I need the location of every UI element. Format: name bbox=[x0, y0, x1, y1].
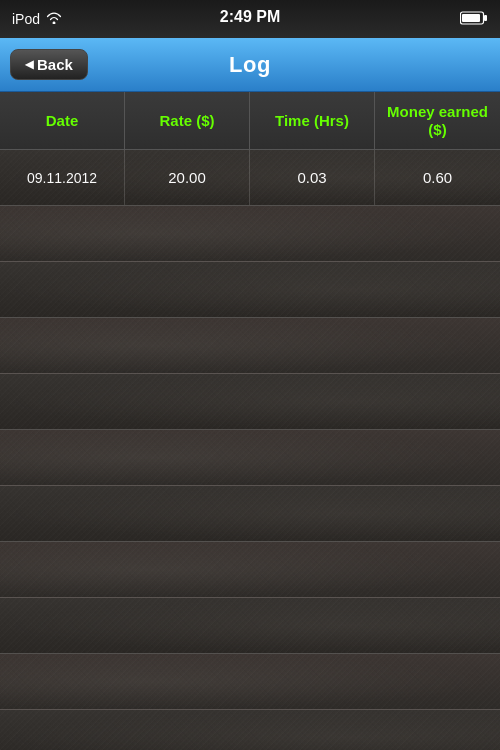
cell-time: 0.03 bbox=[250, 150, 375, 205]
table-row-empty bbox=[0, 374, 500, 430]
nav-bar: Back Log bbox=[0, 38, 500, 92]
table-container: Date Rate ($) Time (Hrs) Money earned ($… bbox=[0, 92, 500, 750]
wifi-icon bbox=[46, 11, 62, 27]
table-row-empty bbox=[0, 598, 500, 654]
carrier-label: iPod bbox=[12, 11, 40, 27]
cell-money: 0.60 bbox=[375, 150, 500, 205]
status-bar: iPod 2:49 PM bbox=[0, 0, 500, 38]
col-money-header: Money earned ($) bbox=[375, 92, 500, 149]
table-row-empty bbox=[0, 654, 500, 710]
table-row-empty bbox=[0, 206, 500, 262]
page-container: iPod 2:49 PM Back Log bbox=[0, 0, 500, 750]
cell-rate: 20.00 bbox=[125, 150, 250, 205]
table-row-empty bbox=[0, 262, 500, 318]
status-left: iPod bbox=[12, 11, 62, 27]
nav-title: Log bbox=[229, 52, 271, 78]
svg-rect-2 bbox=[462, 14, 480, 22]
battery-icon bbox=[460, 11, 488, 28]
table-header: Date Rate ($) Time (Hrs) Money earned ($… bbox=[0, 92, 500, 150]
svg-rect-1 bbox=[484, 15, 487, 21]
table-row-empty bbox=[0, 486, 500, 542]
table-row-empty bbox=[0, 710, 500, 750]
col-rate-header: Rate ($) bbox=[125, 92, 250, 149]
status-time: 2:49 PM bbox=[220, 8, 280, 26]
back-button[interactable]: Back bbox=[10, 49, 88, 80]
table-row: 09.11.2012 20.00 0.03 0.60 bbox=[0, 150, 500, 206]
table-row-empty bbox=[0, 430, 500, 486]
cell-date: 09.11.2012 bbox=[0, 150, 125, 205]
table-row-empty bbox=[0, 318, 500, 374]
col-time-header: Time (Hrs) bbox=[250, 92, 375, 149]
col-date-header: Date bbox=[0, 92, 125, 149]
table-row-empty bbox=[0, 542, 500, 598]
